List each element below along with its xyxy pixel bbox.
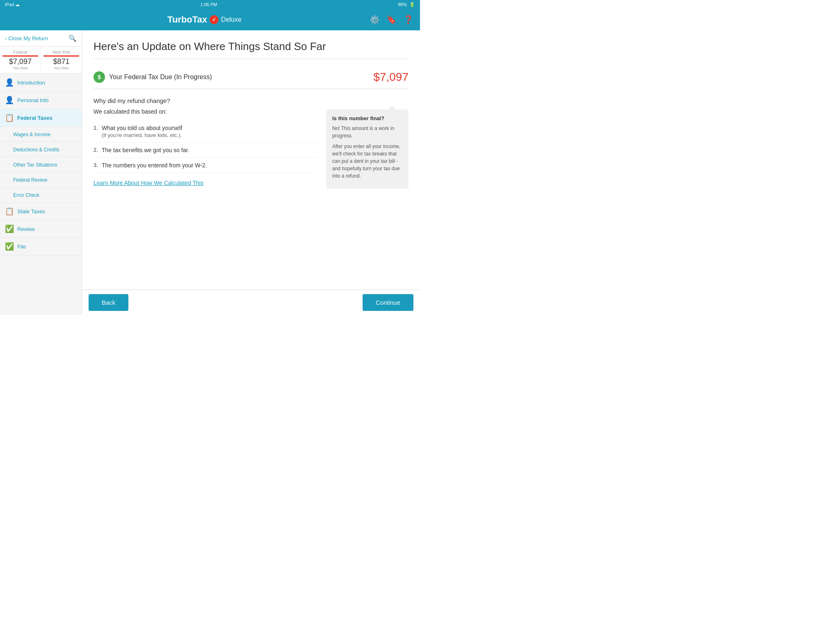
file-label: File	[17, 244, 26, 250]
tooltip-box: Is this number final? No! This amount is…	[326, 110, 409, 189]
content-body: Here's an Update on Where Things Stand S…	[82, 30, 420, 290]
list-item-1-subtext: (if you're married, have kids, etc.).	[102, 132, 318, 138]
state-summary: New York $871 You Owe	[41, 47, 82, 73]
sidebar-item-wages-income[interactable]: Wages & Income	[0, 127, 82, 142]
nav-section: 👤 Introduction 👤 Personal Info 📋 Federal…	[0, 74, 82, 315]
logo: TurboTax ✓ Deluxe	[167, 14, 242, 25]
edition-label: Deluxe	[221, 16, 242, 23]
page-title: Here's an Update on Where Things Stand S…	[94, 40, 409, 59]
introduction-icon: 👤	[5, 78, 14, 87]
list-item-1-text: What you told us about yourself	[102, 125, 182, 131]
settings-icon[interactable]: ⚙️	[370, 15, 380, 25]
wages-income-label: Wages & Income	[13, 132, 50, 137]
tax-due-amount: $7,097	[373, 71, 409, 84]
continue-button[interactable]: Continue	[363, 294, 413, 311]
help-icon[interactable]: ❓	[403, 15, 413, 25]
calculated-text: We calculated this based on:	[94, 108, 318, 115]
learn-more-link[interactable]: Learn More About How We Calculated This	[94, 180, 203, 186]
list-item-3: The numbers you entered from your W-2.	[94, 158, 318, 173]
content-footer: Back Continue	[82, 290, 420, 315]
tax-due-row: $ Your Federal Tax Due (In Progress) $7,…	[94, 66, 409, 89]
sidebar-item-federal-review[interactable]: Federal Review	[0, 172, 82, 187]
introduction-label: Introduction	[17, 80, 45, 86]
tooltip-title: Is this number final?	[332, 115, 403, 121]
deductions-credits-label: Deductions & Credits	[13, 147, 59, 153]
tooltip-text-2: After you enter all your income, we'll c…	[332, 143, 403, 180]
dollar-icon: $	[94, 71, 105, 83]
status-time: 1:06 PM	[201, 2, 217, 7]
state-label: New York	[43, 50, 79, 55]
list-item-2-text: The tax benefits we got you so far.	[102, 147, 189, 153]
file-icon: ✅	[5, 242, 14, 251]
sidebar-header: ‹ Close My Return 🔍	[0, 30, 82, 47]
tax-summary: Federal $7,097 You Owe New York $871 You…	[0, 47, 82, 74]
status-bar: iPad ☁ 1:06 PM 98% 🔋	[0, 0, 420, 9]
back-button[interactable]: Back	[89, 294, 128, 311]
why-change-text: Why did my refund change?	[94, 97, 318, 104]
other-tax-label: Other Tax Situations	[13, 162, 57, 168]
tax-due-label: Your Federal Tax Due (In Progress)	[109, 73, 212, 81]
sidebar: ‹ Close My Return 🔍 Federal $7,097 You O…	[0, 30, 82, 315]
close-return-label: Close My Return	[8, 35, 48, 41]
header-icons: ⚙️ 🔖 ❓	[370, 15, 413, 25]
sidebar-item-introduction[interactable]: 👤 Introduction	[0, 74, 82, 91]
federal-review-label: Federal Review	[13, 177, 47, 183]
app-header: TurboTax ✓ Deluxe ⚙️ 🔖 ❓	[0, 9, 420, 30]
federal-amount: $7,097	[2, 57, 38, 66]
sidebar-item-other-tax-situations[interactable]: Other Tax Situations	[0, 157, 82, 172]
error-check-label: Error Check	[13, 192, 39, 198]
close-return-button[interactable]: ‹ Close My Return	[5, 35, 48, 41]
federal-owe: You Owe	[2, 66, 38, 70]
sidebar-item-review[interactable]: ✅ Review	[0, 220, 82, 238]
sidebar-item-federal-taxes[interactable]: 📋 Federal Taxes	[0, 109, 82, 127]
device-label: iPad ☁	[5, 2, 20, 7]
search-icon[interactable]: 🔍	[68, 34, 77, 42]
state-bar	[43, 55, 79, 57]
federal-taxes-label: Federal Taxes	[17, 115, 52, 121]
federal-bar	[2, 55, 38, 57]
content-area: Here's an Update on Where Things Stand S…	[82, 30, 420, 315]
state-amount: $871	[43, 57, 79, 66]
calc-list: What you told us about yourself (if you'…	[94, 121, 318, 173]
review-label: Review	[17, 226, 35, 232]
status-right: 98% 🔋	[398, 2, 415, 7]
battery-label: 98%	[398, 2, 407, 7]
tax-due-left: $ Your Federal Tax Due (In Progress)	[94, 71, 212, 83]
federal-taxes-icon: 📋	[5, 113, 14, 122]
sidebar-item-state-taxes[interactable]: 📋 State Taxes	[0, 203, 82, 220]
state-taxes-label: State Taxes	[17, 208, 45, 215]
state-taxes-icon: 📋	[5, 207, 14, 216]
personal-info-label: Personal Info	[17, 97, 49, 103]
logo-checkmark: ✓	[210, 15, 219, 24]
battery-icon: 🔋	[409, 2, 415, 7]
content-main: Why did my refund change? We calculated …	[94, 97, 318, 189]
sidebar-item-file[interactable]: ✅ File	[0, 238, 82, 256]
state-owe: You Owe	[43, 66, 79, 70]
bookmark-icon[interactable]: 🔖	[386, 15, 397, 25]
federal-summary: Federal $7,097 You Owe	[0, 47, 41, 73]
sidebar-item-personal-info[interactable]: 👤 Personal Info	[0, 91, 82, 109]
sidebar-item-deductions-credits[interactable]: Deductions & Credits	[0, 142, 82, 157]
list-item-1: What you told us about yourself (if you'…	[94, 121, 318, 143]
list-item-2: The tax benefits we got you so far.	[94, 143, 318, 158]
status-left: iPad ☁	[5, 2, 20, 7]
tooltip-text-1: No! This amount is a work in progress.	[332, 125, 403, 139]
content-grid: Why did my refund change? We calculated …	[94, 97, 409, 189]
chevron-left-icon: ‹	[5, 35, 7, 41]
sidebar-item-error-check[interactable]: Error Check	[0, 187, 82, 203]
main-layout: ‹ Close My Return 🔍 Federal $7,097 You O…	[0, 30, 420, 315]
federal-label: Federal	[2, 50, 38, 55]
personal-info-icon: 👤	[5, 96, 14, 105]
logo-text: TurboTax	[167, 14, 207, 25]
list-item-3-text: The numbers you entered from your W-2.	[102, 162, 207, 169]
review-icon: ✅	[5, 224, 14, 233]
